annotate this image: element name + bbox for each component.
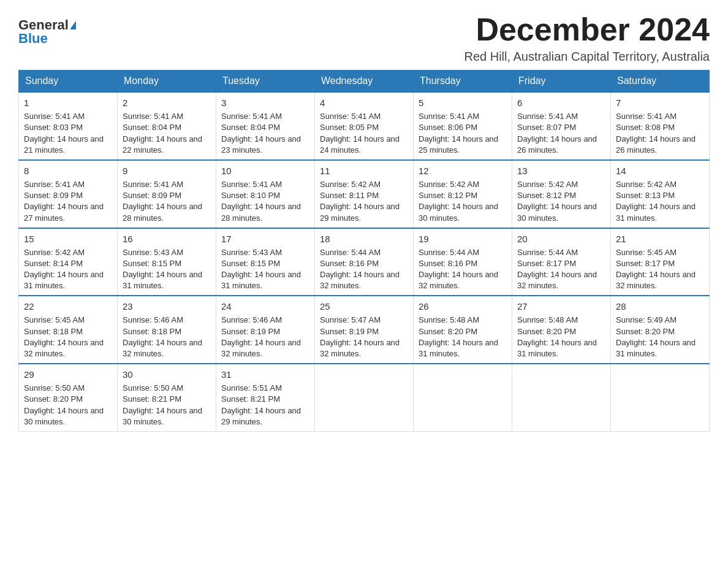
sunrise-label: Sunrise: 5:41 AM bbox=[221, 180, 282, 189]
calendar-cell bbox=[611, 364, 710, 431]
day-number: 25 bbox=[320, 300, 408, 313]
calendar-cell: 1 Sunrise: 5:41 AM Sunset: 8:03 PM Dayli… bbox=[19, 92, 118, 160]
day-number: 7 bbox=[616, 96, 704, 109]
calendar-cell: 3 Sunrise: 5:41 AM Sunset: 8:04 PM Dayli… bbox=[216, 92, 315, 160]
day-number: 27 bbox=[517, 300, 605, 313]
day-number: 20 bbox=[517, 232, 605, 245]
calendar-cell: 20 Sunrise: 5:44 AM Sunset: 8:17 PM Dayl… bbox=[512, 228, 611, 296]
sunrise-label: Sunrise: 5:47 AM bbox=[320, 315, 381, 324]
sunset-label: Sunset: 8:20 PM bbox=[517, 327, 576, 336]
daylight-label: Daylight: 14 hours and 31 minutes. bbox=[221, 270, 301, 290]
calendar-cell: 5 Sunrise: 5:41 AM Sunset: 8:06 PM Dayli… bbox=[414, 92, 512, 160]
calendar-cell: 22 Sunrise: 5:45 AM Sunset: 8:18 PM Dayl… bbox=[19, 296, 118, 364]
calendar-cell: 21 Sunrise: 5:45 AM Sunset: 8:17 PM Dayl… bbox=[611, 228, 710, 296]
day-number: 1 bbox=[24, 96, 112, 109]
calendar-cell bbox=[315, 364, 414, 431]
sunset-label: Sunset: 8:17 PM bbox=[616, 259, 675, 268]
sunset-label: Sunset: 8:08 PM bbox=[616, 123, 675, 132]
sunrise-label: Sunrise: 5:42 AM bbox=[24, 248, 85, 257]
sunset-label: Sunset: 8:15 PM bbox=[221, 259, 280, 268]
calendar-cell: 23 Sunrise: 5:46 AM Sunset: 8:18 PM Dayl… bbox=[118, 296, 216, 364]
day-number: 23 bbox=[123, 300, 211, 313]
day-number: 6 bbox=[517, 96, 605, 109]
sunrise-label: Sunrise: 5:41 AM bbox=[419, 112, 479, 121]
day-number: 19 bbox=[419, 232, 507, 245]
calendar-cell: 2 Sunrise: 5:41 AM Sunset: 8:04 PM Dayli… bbox=[118, 92, 216, 160]
calendar-cell: 19 Sunrise: 5:44 AM Sunset: 8:16 PM Dayl… bbox=[414, 228, 512, 296]
sunrise-label: Sunrise: 5:51 AM bbox=[221, 383, 282, 393]
sunrise-label: Sunrise: 5:41 AM bbox=[221, 112, 282, 121]
daylight-label: Daylight: 14 hours and 31 minutes. bbox=[517, 338, 597, 358]
daylight-label: Daylight: 14 hours and 31 minutes. bbox=[419, 338, 498, 358]
calendar-cell: 6 Sunrise: 5:41 AM Sunset: 8:07 PM Dayli… bbox=[512, 92, 611, 160]
calendar-week-row: 8 Sunrise: 5:41 AM Sunset: 8:09 PM Dayli… bbox=[19, 160, 710, 228]
calendar-cell bbox=[414, 364, 512, 431]
sunrise-label: Sunrise: 5:41 AM bbox=[24, 112, 85, 121]
sunset-label: Sunset: 8:19 PM bbox=[221, 327, 280, 336]
daylight-label: Daylight: 14 hours and 29 minutes. bbox=[320, 202, 400, 222]
sunset-label: Sunset: 8:20 PM bbox=[24, 394, 83, 404]
sunset-label: Sunset: 8:16 PM bbox=[419, 259, 477, 268]
calendar-cell: 28 Sunrise: 5:49 AM Sunset: 8:20 PM Dayl… bbox=[611, 296, 710, 364]
location-title: Red Hill, Australian Capital Territory, … bbox=[464, 50, 710, 64]
daylight-label: Daylight: 14 hours and 22 minutes. bbox=[123, 134, 202, 155]
sunrise-label: Sunrise: 5:49 AM bbox=[616, 315, 677, 324]
day-number: 15 bbox=[24, 232, 112, 245]
sunrise-label: Sunrise: 5:46 AM bbox=[221, 315, 282, 324]
daylight-label: Daylight: 14 hours and 28 minutes. bbox=[221, 202, 301, 222]
sunrise-label: Sunrise: 5:44 AM bbox=[517, 248, 578, 257]
day-number: 12 bbox=[419, 164, 507, 177]
calendar-cell: 26 Sunrise: 5:48 AM Sunset: 8:20 PM Dayl… bbox=[414, 296, 512, 364]
sunset-label: Sunset: 8:12 PM bbox=[419, 191, 477, 200]
daylight-label: Daylight: 14 hours and 30 minutes. bbox=[517, 202, 597, 222]
sunset-label: Sunset: 8:13 PM bbox=[616, 191, 675, 200]
day-number: 29 bbox=[24, 368, 112, 381]
day-number: 28 bbox=[616, 300, 704, 313]
col-header-sunday: Sunday bbox=[19, 71, 118, 93]
day-number: 10 bbox=[221, 164, 309, 177]
sunset-label: Sunset: 8:09 PM bbox=[24, 191, 83, 200]
calendar-cell: 29 Sunrise: 5:50 AM Sunset: 8:20 PM Dayl… bbox=[19, 364, 118, 431]
sunset-label: Sunset: 8:11 PM bbox=[320, 191, 379, 200]
sunset-label: Sunset: 8:03 PM bbox=[24, 123, 83, 132]
logo-general-text: General bbox=[18, 18, 69, 32]
sunset-label: Sunset: 8:15 PM bbox=[123, 259, 181, 268]
daylight-label: Daylight: 14 hours and 31 minutes. bbox=[616, 202, 696, 222]
sunrise-label: Sunrise: 5:50 AM bbox=[123, 383, 183, 393]
calendar-cell: 9 Sunrise: 5:41 AM Sunset: 8:09 PM Dayli… bbox=[118, 160, 216, 228]
calendar-cell bbox=[512, 364, 611, 431]
sunrise-label: Sunrise: 5:43 AM bbox=[123, 248, 183, 257]
calendar-cell: 25 Sunrise: 5:47 AM Sunset: 8:19 PM Dayl… bbox=[315, 296, 414, 364]
sunset-label: Sunset: 8:04 PM bbox=[123, 123, 181, 132]
daylight-label: Daylight: 14 hours and 32 minutes. bbox=[616, 270, 696, 290]
sunset-label: Sunset: 8:20 PM bbox=[419, 327, 477, 336]
col-header-monday: Monday bbox=[118, 71, 216, 93]
daylight-label: Daylight: 14 hours and 32 minutes. bbox=[221, 338, 301, 358]
daylight-label: Daylight: 14 hours and 24 minutes. bbox=[320, 134, 400, 155]
sunrise-label: Sunrise: 5:44 AM bbox=[320, 248, 381, 257]
day-number: 16 bbox=[123, 232, 211, 245]
daylight-label: Daylight: 14 hours and 31 minutes. bbox=[123, 270, 202, 290]
calendar-cell: 17 Sunrise: 5:43 AM Sunset: 8:15 PM Dayl… bbox=[216, 228, 315, 296]
day-number: 13 bbox=[517, 164, 605, 177]
daylight-label: Daylight: 14 hours and 32 minutes. bbox=[24, 338, 104, 358]
sunrise-label: Sunrise: 5:43 AM bbox=[221, 248, 282, 257]
month-title: December 2024 bbox=[464, 12, 710, 47]
sunrise-label: Sunrise: 5:45 AM bbox=[24, 315, 85, 324]
daylight-label: Daylight: 14 hours and 32 minutes. bbox=[517, 270, 597, 290]
day-number: 14 bbox=[616, 164, 704, 177]
col-header-friday: Friday bbox=[512, 71, 611, 93]
day-number: 11 bbox=[320, 164, 408, 177]
calendar-cell: 8 Sunrise: 5:41 AM Sunset: 8:09 PM Dayli… bbox=[19, 160, 118, 228]
daylight-label: Daylight: 14 hours and 32 minutes. bbox=[123, 338, 202, 358]
daylight-label: Daylight: 14 hours and 32 minutes. bbox=[419, 270, 498, 290]
day-number: 17 bbox=[221, 232, 309, 245]
sunrise-label: Sunrise: 5:42 AM bbox=[320, 180, 381, 189]
sunrise-label: Sunrise: 5:41 AM bbox=[123, 180, 183, 189]
daylight-label: Daylight: 14 hours and 32 minutes. bbox=[320, 338, 400, 358]
calendar-cell: 4 Sunrise: 5:41 AM Sunset: 8:05 PM Dayli… bbox=[315, 92, 414, 160]
calendar-cell: 12 Sunrise: 5:42 AM Sunset: 8:12 PM Dayl… bbox=[414, 160, 512, 228]
calendar-cell: 7 Sunrise: 5:41 AM Sunset: 8:08 PM Dayli… bbox=[611, 92, 710, 160]
daylight-label: Daylight: 14 hours and 23 minutes. bbox=[221, 134, 301, 155]
sunset-label: Sunset: 8:12 PM bbox=[517, 191, 576, 200]
